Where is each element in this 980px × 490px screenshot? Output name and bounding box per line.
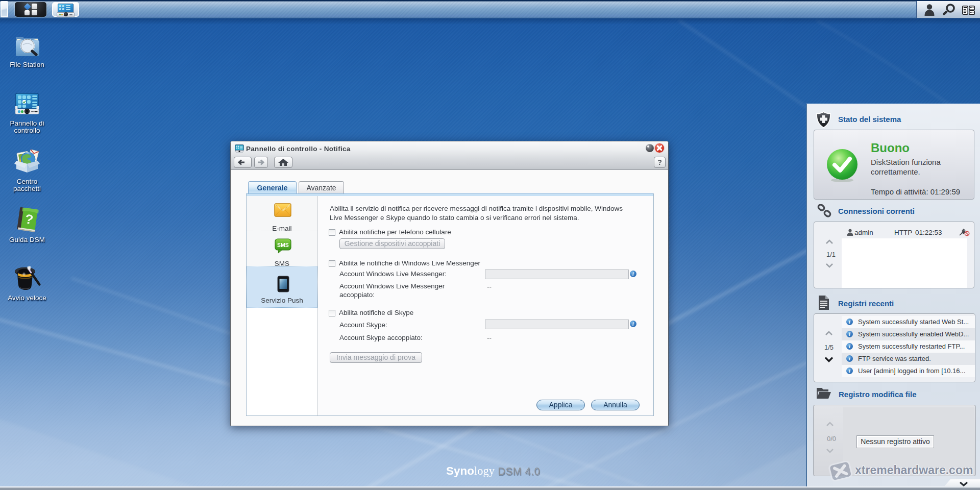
svg-text:SMS: SMS [277, 242, 289, 248]
